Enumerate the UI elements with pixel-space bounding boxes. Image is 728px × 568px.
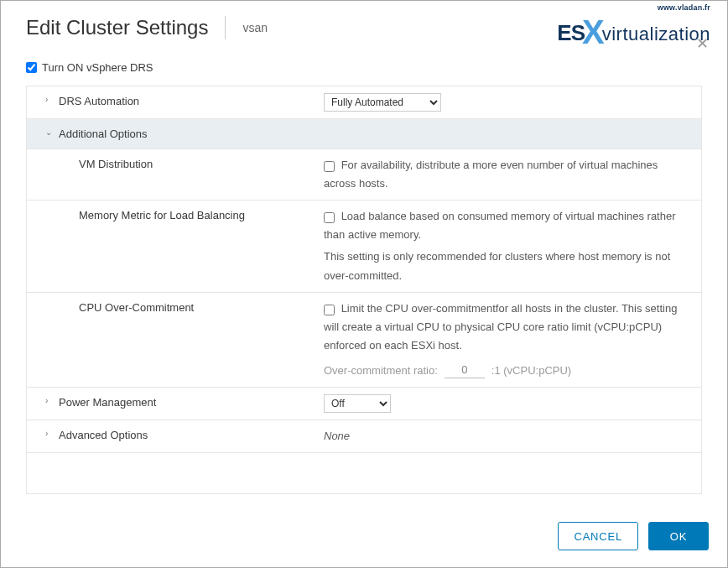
memory-metric-label: Memory Metric for Load Balancing <box>79 209 245 221</box>
settings-table: › DRS Automation Fully Automated ⌄ Addit… <box>26 86 702 494</box>
memory-metric-checkbox[interactable] <box>324 212 335 223</box>
vm-distribution-label: VM Distribution <box>79 158 153 170</box>
memory-metric-desc2: This setting is only recommended for clu… <box>324 248 689 284</box>
overcommit-ratio-label: Over-commitment ratio: <box>324 362 438 380</box>
cpu-overcommit-desc: Limit the CPU over-commitmentfor all hos… <box>324 302 677 352</box>
advanced-options-value: None <box>324 430 350 442</box>
row-memory-metric: Memory Metric for Load Balancing Load ba… <box>27 201 701 292</box>
overcommit-ratio-suffix: :1 (vCPU:pCPU) <box>491 362 571 380</box>
power-mgmt-label: Power Management <box>59 396 156 409</box>
dialog-header: Edit Cluster Settings vsan www.vladan.fr… <box>1 1 727 53</box>
vm-distribution-checkbox[interactable] <box>324 161 335 172</box>
cpu-overcommit-checkbox[interactable] <box>324 305 335 315</box>
turn-on-drs-row[interactable]: Turn ON vSphere DRS <box>26 53 702 86</box>
logo-watermark: www.vladan.fr ES X virtualization <box>557 4 710 45</box>
row-drs-automation[interactable]: › DRS Automation Fully Automated <box>27 86 701 119</box>
header-divider <box>225 16 226 39</box>
drs-automation-label: DRS Automation <box>59 95 139 107</box>
dialog-footer: CANCEL OK <box>1 507 727 567</box>
chevron-right-icon: › <box>45 429 54 438</box>
close-icon[interactable]: ✕ <box>696 34 709 53</box>
dialog-body: Turn ON vSphere DRS › DRS Automation Ful… <box>1 53 727 507</box>
logo-x: X <box>582 15 605 49</box>
memory-metric-desc: Load balance based on consumed memory of… <box>324 210 676 241</box>
cpu-overcommit-label: CPU Over-Commitment <box>79 301 194 314</box>
row-additional-options[interactable]: ⌄ Additional Options <box>27 119 701 149</box>
chevron-down-icon: ⌄ <box>45 128 54 137</box>
additional-options-label: Additional Options <box>59 128 148 140</box>
dialog-subtitle: vsan <box>242 21 268 34</box>
dialog-title: Edit Cluster Settings <box>26 16 208 39</box>
logo-url: www.vladan.fr <box>658 4 710 12</box>
advanced-options-label: Advanced Options <box>59 429 148 441</box>
chevron-right-icon: › <box>45 95 54 104</box>
power-mgmt-select[interactable]: Off <box>324 394 391 413</box>
cancel-button[interactable]: CANCEL <box>558 522 638 550</box>
row-advanced-options[interactable]: › Advanced Options None <box>27 420 701 453</box>
chevron-right-icon: › <box>45 396 54 405</box>
row-vm-distribution: VM Distribution For availability, distri… <box>27 149 701 201</box>
ok-button[interactable]: OK <box>648 522 709 550</box>
vm-distribution-desc: For availability, distribute a more even… <box>324 159 658 190</box>
turn-on-drs-label: Turn ON vSphere DRS <box>42 61 153 74</box>
overcommit-ratio-input[interactable] <box>445 363 485 378</box>
row-cpu-overcommit: CPU Over-Commitment Limit the CPU over-c… <box>27 293 701 388</box>
turn-on-drs-checkbox[interactable] <box>26 62 37 73</box>
spacer-row <box>27 453 701 493</box>
logo-virt: virtualization <box>602 25 710 44</box>
logo-es: ES <box>557 22 585 44</box>
edit-cluster-dialog: Edit Cluster Settings vsan www.vladan.fr… <box>0 0 728 568</box>
overcommit-ratio-row: Over-commitment ratio: :1 (vCPU:pCPU) <box>324 362 689 380</box>
row-power-mgmt[interactable]: › Power Management Off <box>27 388 701 420</box>
drs-automation-select[interactable]: Fully Automated <box>324 93 441 112</box>
